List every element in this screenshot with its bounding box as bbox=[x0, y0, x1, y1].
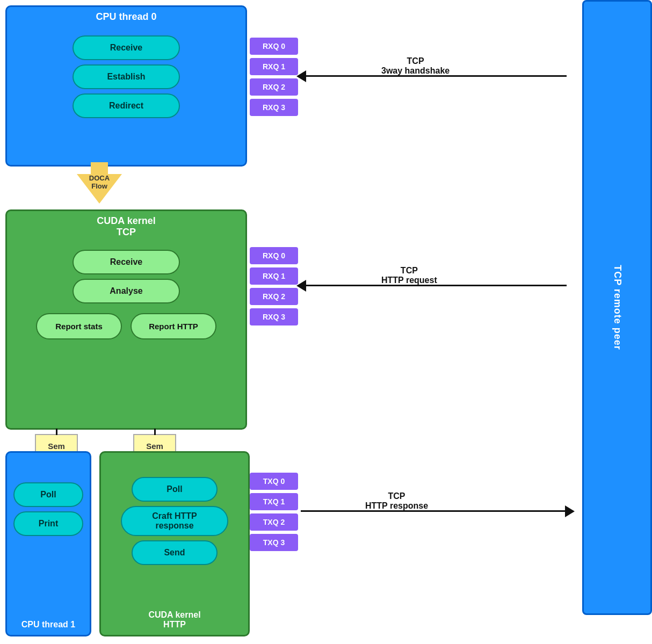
cpu-thread-0-label: CPU thread 0 bbox=[7, 7, 245, 25]
tcp-http-response-line bbox=[301, 510, 567, 512]
cuda-http-send-oval: Send bbox=[132, 540, 218, 565]
cuda-tcp-analyse-oval: Analyse bbox=[73, 279, 180, 303]
sem-right-connector-top bbox=[154, 429, 156, 435]
cuda-kernel-http-label: CUDA kernelHTTP bbox=[101, 610, 248, 629]
tcp-handshake-label: TCP 3way handshake bbox=[381, 56, 450, 76]
tcp-remote-peer-label: TCP remote peer bbox=[612, 265, 623, 350]
cpu0-establish-oval: Establish bbox=[73, 64, 180, 89]
tcp-handshake-arrowhead bbox=[296, 70, 306, 82]
cuda-kernel-tcp-label: CUDA kernelTCP bbox=[7, 211, 245, 240]
txq-0: TXQ 0 bbox=[250, 473, 298, 490]
rxq-top-3: RXQ 3 bbox=[250, 99, 298, 116]
cpu-thread-1-box: Poll Print CPU thread 1 bbox=[5, 451, 91, 636]
rxq-top-1: RXQ 1 bbox=[250, 58, 298, 75]
cuda-http-craft-oval: Craft HTTPresponse bbox=[121, 506, 228, 536]
cpu-thread-0-box: CPU thread 0 Receive Establish Redirect bbox=[5, 5, 247, 167]
cuda-kernel-http-box: Poll Craft HTTPresponse Send CUDA kernel… bbox=[99, 451, 250, 636]
txq-2: TXQ 2 bbox=[250, 513, 298, 531]
report-stats-oval: Report stats bbox=[36, 313, 122, 339]
rxq-middle-group: RXQ 0 RXQ 1 RXQ 2 RXQ 3 bbox=[250, 247, 298, 325]
tcp-http-response-label: TCP HTTP response bbox=[365, 491, 428, 511]
rxq-top-group: RXQ 0 RXQ 1 RXQ 2 RXQ 3 bbox=[250, 38, 298, 116]
cuda-http-poll-oval: Poll bbox=[132, 477, 218, 502]
report-http-oval: Report HTTP bbox=[131, 313, 216, 339]
txq-group: TXQ 0 TXQ 1 TXQ 2 TXQ 3 bbox=[250, 473, 298, 551]
tcp-remote-peer: TCP remote peer bbox=[582, 0, 652, 615]
doca-flow-arrow: DOCAFlow bbox=[70, 162, 129, 211]
doca-flow-label: DOCAFlow bbox=[70, 174, 129, 190]
cpu0-redirect-oval: Redirect bbox=[73, 93, 180, 118]
rxq-mid-3: RXQ 3 bbox=[250, 308, 298, 325]
sem-left-connector-top bbox=[56, 429, 57, 435]
rxq-mid-2: RXQ 2 bbox=[250, 288, 298, 305]
diagram-container: TCP remote peer CPU thread 0 Receive Est… bbox=[0, 0, 652, 644]
cpu1-poll-oval: Poll bbox=[13, 482, 83, 507]
tcp-http-response-arrowhead bbox=[565, 505, 575, 517]
cuda-tcp-receive-oval: Receive bbox=[73, 250, 180, 274]
cuda-kernel-tcp-box: CUDA kernelTCP Receive Analyse Report st… bbox=[5, 209, 247, 430]
txq-3: TXQ 3 bbox=[250, 534, 298, 551]
cpu-thread-1-label: CPU thread 1 bbox=[7, 620, 90, 629]
rxq-mid-1: RXQ 1 bbox=[250, 267, 298, 285]
rxq-mid-0: RXQ 0 bbox=[250, 247, 298, 264]
cpu0-receive-oval: Receive bbox=[73, 35, 180, 60]
tcp-http-request-label: TCP HTTP request bbox=[381, 266, 437, 285]
rxq-top-2: RXQ 2 bbox=[250, 78, 298, 96]
txq-1: TXQ 1 bbox=[250, 493, 298, 510]
tcp-http-request-arrowhead bbox=[296, 280, 306, 292]
rxq-top-0: RXQ 0 bbox=[250, 38, 298, 55]
cpu1-print-oval: Print bbox=[13, 511, 83, 536]
